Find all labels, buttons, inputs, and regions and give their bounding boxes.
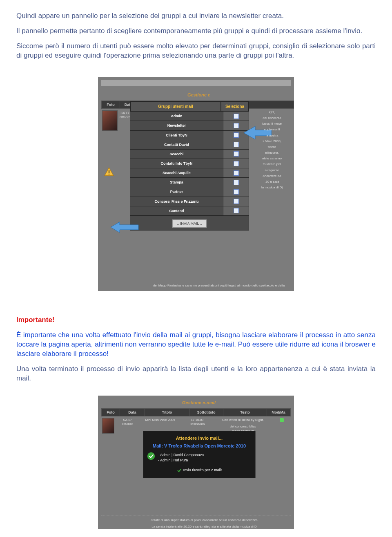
col-data: Data xyxy=(120,409,145,416)
paragraph-3: Siccome però il numero di utenti può ess… xyxy=(16,42,376,60)
group-row: Stampa xyxy=(130,178,223,187)
col-testo: Testo xyxy=(223,409,267,416)
mail-name: Mail: V Trofeo Rivabella Open Morcote 20… xyxy=(148,443,250,449)
group-row: Scacchi Acquile xyxy=(130,168,223,177)
svg-rect-0 xyxy=(109,170,109,173)
arrow-left-icon xyxy=(111,221,135,232)
popup-header-groups: Gruppi utenti mail xyxy=(130,102,221,112)
important-body: È importante che una volta effettuato l'… xyxy=(16,331,376,359)
group-row: Cantanti xyxy=(130,206,223,215)
warning-icon xyxy=(104,167,114,177)
thumbnail xyxy=(102,418,114,434)
col-sottotitolo: Sottotitolo xyxy=(189,409,223,416)
bottom-text: del Mago Fantasios e saranno presenti al… xyxy=(98,266,294,291)
svg-point-2 xyxy=(147,452,155,460)
checkbox[interactable] xyxy=(223,168,249,177)
checkbox[interactable] xyxy=(223,178,249,187)
group-row: Scacchi xyxy=(130,150,223,159)
checkbox[interactable] xyxy=(223,140,249,149)
group-row: Newsletter xyxy=(130,121,223,130)
checkbox[interactable] xyxy=(223,112,249,121)
checkbox[interactable] xyxy=(223,150,249,159)
checkbox[interactable] xyxy=(223,206,249,215)
paragraph-2: Il pannello permette pertanto di sceglie… xyxy=(16,27,376,36)
sending-popup: Attendere invio mail... Mail: V Trofeo R… xyxy=(143,431,256,478)
check-icon xyxy=(147,452,156,461)
svg-rect-1 xyxy=(109,174,109,175)
tick-icon xyxy=(177,468,182,473)
group-row: Concorsi Miss e Frizzanti xyxy=(130,197,223,206)
col-mod: Mod/Ma xyxy=(267,409,290,416)
col-foto: Foto xyxy=(102,409,120,416)
popup-header-select: Seleziona xyxy=(221,102,249,112)
col-titolo: Titolo xyxy=(145,409,189,416)
send-mail-button[interactable]: .: INVIA MAIL :. xyxy=(172,219,206,228)
cell-data: SA 17 Ottobre xyxy=(116,416,139,479)
date-text: SA 17 Ottobre xyxy=(119,109,131,131)
lower-text: dotate di una super statura di poter con… xyxy=(101,515,291,529)
paragraph-4: Una volta terminato il processo di invio… xyxy=(16,365,376,383)
group-row: Admin xyxy=(130,112,223,121)
screenshot-1: Gestione e Foto Dat SA 17 Ottobre Gruppi… xyxy=(16,77,376,291)
checkbox[interactable] xyxy=(223,159,249,168)
paragraph-1: Quindi appare un pannello per la selezio… xyxy=(16,11,376,21)
checkbox[interactable] xyxy=(223,187,249,196)
group-select-popup: Gruppi utenti mail Seleziona Admin Newsl… xyxy=(130,101,249,230)
group-row: Partner xyxy=(130,187,223,196)
recipients: - Admin | David Camponovo - Admin | Raf … xyxy=(148,452,250,463)
group-row: Contatti David xyxy=(130,140,223,149)
nav-strip xyxy=(101,80,291,86)
section-title-2: Gestione e-mail xyxy=(98,400,294,408)
side-text: ight,del concorsolusosi il mese eggiamen… xyxy=(250,109,294,191)
checkbox[interactable] xyxy=(223,197,249,206)
screenshot-2: Gestione e-mail Foto Data Titolo Sottoti… xyxy=(16,396,376,531)
edit-icon[interactable] xyxy=(280,418,284,422)
success-text: Invio riuscito per 2 mail! xyxy=(148,468,250,473)
table-header-2: Foto Data Titolo Sottotitolo Testo Mod/M… xyxy=(101,408,291,416)
wait-text: Attendere invio mail... xyxy=(148,435,250,441)
thumbnail xyxy=(102,110,118,131)
col-foto: Foto xyxy=(102,101,120,108)
group-row: Contatti Info TbyN xyxy=(130,159,223,168)
important-heading: Importante! xyxy=(16,315,376,325)
section-title: Gestione e xyxy=(98,90,294,101)
group-row: Clienti TbyN xyxy=(130,131,223,140)
